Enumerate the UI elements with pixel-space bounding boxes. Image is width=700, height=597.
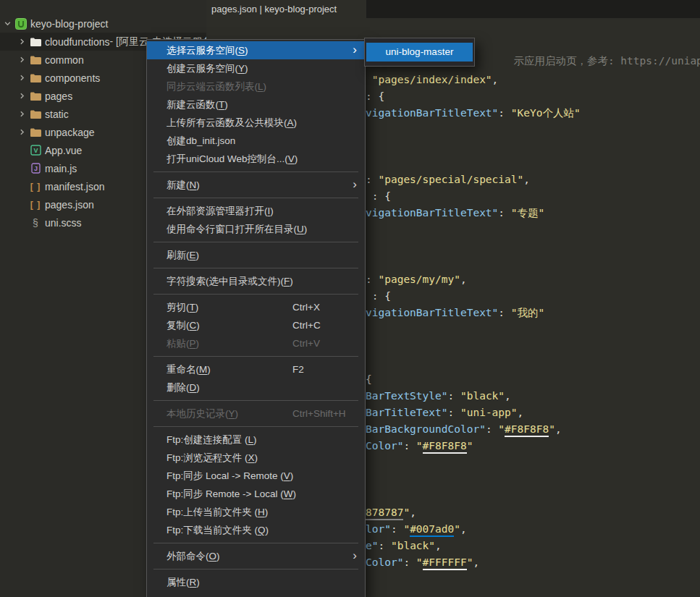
folder-icon	[28, 73, 43, 82]
code-line[interactable]: lor": "#007ad0",	[366, 522, 467, 536]
menu-item[interactable]: 剪切(T)Ctrl+X	[147, 298, 365, 316]
code-text: :	[391, 523, 403, 535]
code-line[interactable]: vigationBarTitleText": "KeYo个人站"	[366, 106, 581, 120]
menu-item[interactable]: 重命名(M)F2	[147, 360, 365, 378]
code-line[interactable]: : "pages/my/my",	[366, 272, 467, 287]
code-line[interactable]: e": "black",	[366, 538, 442, 553]
code-line[interactable]: BarBackgroundColor": "#F8F8F8",	[366, 422, 562, 436]
code-text: :	[366, 174, 378, 185]
menu-item[interactable]: 在外部资源管理器打开(I)	[147, 202, 365, 220]
menu-item-label: 删除(D)	[166, 382, 200, 393]
menu-item[interactable]: Ftp:创建连接配置 (L)	[147, 431, 365, 449]
menu-item[interactable]: 删除(D)	[147, 378, 365, 397]
menu-item[interactable]: Ftp:上传当前文件夹 (H)	[147, 503, 365, 521]
code-text: BarBackgroundColor"	[366, 423, 486, 435]
folder-icon	[28, 91, 43, 101]
code-line[interactable]: 878787",	[366, 505, 416, 520]
code-text: #F8F8F8	[505, 423, 549, 437]
code-line[interactable]: Color": "#FFFFFF",	[366, 555, 479, 570]
chevron-right-icon	[16, 56, 28, 64]
code-text: ,	[523, 174, 530, 185]
menu-item-label: 外部命令(O)	[166, 551, 220, 562]
cloud-folder-icon	[28, 37, 43, 46]
code-text: :	[366, 274, 378, 285]
code-text: :	[378, 540, 390, 551]
menu-item-label: 使用命令行窗口打开所在目录(U)	[166, 224, 307, 234]
tree-item-label: uni.scss	[45, 217, 82, 229]
code-line[interactable]: BarTextStyle": "black",	[366, 389, 511, 403]
menu-item[interactable]: 创建db_init.json	[147, 132, 365, 150]
tree-item-label: pages.json	[45, 199, 94, 211]
code-text: "	[454, 523, 460, 535]
code-text: Color"	[366, 440, 403, 452]
menu-item[interactable]: 打开uniCloud Web控制台...(V)	[147, 150, 365, 168]
menu-item-label: 打开uniCloud Web控制台...(V)	[166, 153, 298, 164]
code-line[interactable]: "pages/index/index",	[366, 72, 498, 87]
menu-item[interactable]: 外部命令(O)›	[147, 547, 365, 565]
menu-item-label: 复制(C)	[166, 320, 200, 331]
menu-item-label: Ftp:上传当前文件夹 (H)	[166, 507, 268, 517]
editor-tab-pages-json[interactable]: pages.json | keyo-blog-project	[206, 0, 366, 18]
code-line[interactable]: : {	[366, 89, 384, 103]
code-line[interactable]: 1{	[206, 22, 296, 37]
menu-item[interactable]: Ftp:浏览远程文件 (X)	[147, 449, 365, 467]
code-comment[interactable]: 示应用启动页，参考: https://uniapp.dc	[476, 39, 700, 54]
menu-item[interactable]: Ftp:同步 Local -> Remote (V)	[147, 467, 365, 485]
code-line[interactable]: : "pages/special/special",	[366, 172, 530, 187]
menu-separator	[153, 294, 358, 295]
code-line[interactable]: vigationBarTitleText": "我的"	[366, 305, 544, 320]
menu-item-label: 本地历史记录(Y)	[166, 408, 238, 419]
code-text: "	[403, 507, 410, 518]
menu-item[interactable]: 新建(N)›	[147, 176, 365, 194]
tree-item-label: cloudfunctions	[45, 36, 110, 48]
menu-item[interactable]: 字符搜索(选中目录或文件)(F)	[147, 272, 365, 290]
menu-item[interactable]: 上传所有云函数及公共模块(A)	[147, 114, 365, 132]
code-text: "	[416, 440, 423, 452]
code-line[interactable]: {	[366, 372, 372, 386]
menu-item[interactable]: 刷新(E)	[147, 246, 365, 264]
tree-item-label: manifest.json	[45, 181, 104, 192]
code-text: lor"	[366, 523, 391, 535]
code-text: "pages/index/index"	[366, 74, 492, 85]
hbuilderx-window: keyo-blog-projectcloudfunctions - [阿里云:未…	[0, 0, 700, 597]
menu-separator	[153, 268, 358, 268]
code-text: BarTextStyle"	[366, 390, 448, 402]
menu-item[interactable]: 新建云函数(T)	[147, 96, 365, 114]
code-text: ,	[435, 540, 442, 551]
menu-item[interactable]: 同步云端云函数列表(L)	[147, 77, 365, 96]
menu-item-shortcut: Ctrl+C	[292, 316, 321, 334]
tree-item-label: pages	[45, 90, 72, 102]
expander-spacer	[16, 182, 28, 191]
menu-separator	[153, 543, 358, 543]
code-text: "专题"	[511, 207, 544, 219]
menu-item-label: Ftp:同步 Remote -> Local (W)	[166, 488, 296, 499]
menu-item[interactable]: 使用命令行窗口打开所在目录(U)	[147, 220, 365, 238]
menu-item-shortcut: Ctrl+Shift+H	[292, 405, 346, 423]
menu-item[interactable]: Ftp:同步 Remote -> Local (W)	[147, 485, 365, 503]
code-text: ,	[518, 407, 524, 418]
menu-item[interactable]: Ftp:下载当前文件夹 (Q)	[147, 521, 365, 539]
code-text: ,	[473, 556, 479, 568]
submenu-item[interactable]: uni-blog-master	[366, 43, 473, 62]
code-text: : {	[366, 190, 391, 202]
code-text: "	[467, 440, 473, 452]
scss-icon: §	[28, 217, 43, 229]
menu-item[interactable]: 本地历史记录(Y)Ctrl+Shift+H	[147, 405, 365, 423]
menu-item[interactable]: 选择云服务空间(S)›	[147, 41, 365, 59]
tree-item-label: unpackage	[45, 127, 95, 138]
code-line[interactable]: : {	[366, 189, 391, 203]
js-icon: J	[28, 163, 43, 174]
tree-item-label: common	[45, 54, 84, 66]
code-text: "pages/my/my"	[378, 274, 460, 285]
code-line[interactable]: : {	[366, 289, 391, 303]
code-line[interactable]: Color": "#F8F8F8"	[366, 439, 473, 453]
menu-item[interactable]: 粘贴(P)Ctrl+V	[147, 334, 365, 352]
menu-item[interactable]: 创建云服务空间(Y)	[147, 59, 365, 77]
menu-item-shortcut: F2	[292, 360, 304, 378]
menu-item[interactable]: 属性(R)	[147, 573, 365, 591]
code-line[interactable]: vigationBarTitleText": "专题"	[366, 206, 544, 220]
menu-item[interactable]: 复制(C)Ctrl+C	[147, 316, 365, 334]
code-text: ,	[410, 507, 416, 518]
tree-item-keyo-blog-project[interactable]: keyo-blog-project	[0, 14, 206, 33]
code-line[interactable]: BarTitleText": "uni-app",	[366, 405, 523, 420]
